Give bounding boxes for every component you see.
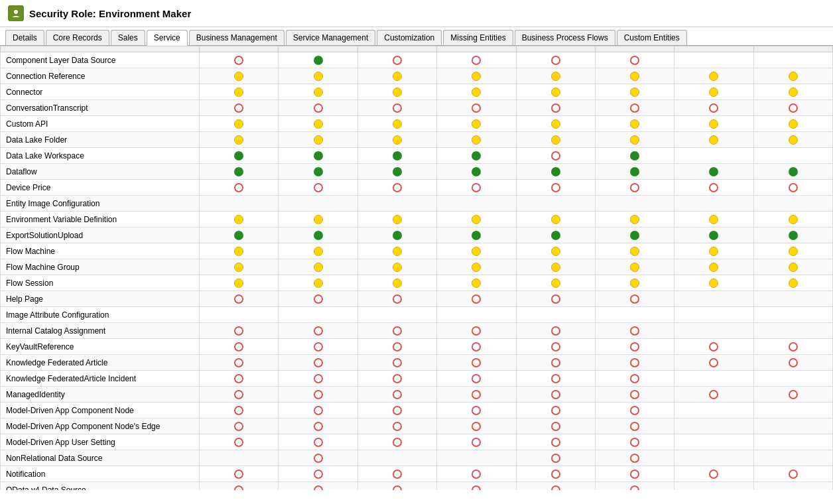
permission-dot[interactable] — [314, 326, 323, 336]
permission-cell[interactable] — [674, 450, 753, 466]
permission-dot[interactable] — [551, 279, 560, 288]
permission-cell[interactable] — [200, 164, 279, 180]
permission-dot[interactable] — [393, 72, 402, 81]
permission-dot[interactable] — [789, 358, 798, 367]
permission-dot[interactable] — [393, 422, 402, 431]
permission-dot[interactable] — [472, 231, 481, 240]
permission-dot[interactable] — [630, 326, 639, 336]
permission-cell[interactable] — [595, 403, 674, 418]
permission-cell[interactable] — [674, 259, 753, 275]
permission-cell[interactable] — [437, 196, 516, 212]
permission-dot[interactable] — [630, 103, 639, 113]
permission-cell[interactable] — [516, 275, 595, 291]
permission-dot[interactable] — [393, 88, 402, 97]
permission-cell[interactable] — [753, 148, 832, 164]
permission-cell[interactable] — [516, 323, 595, 339]
permission-dot[interactable] — [789, 247, 798, 256]
permission-cell[interactable] — [357, 482, 436, 491]
permission-cell[interactable] — [516, 291, 595, 307]
permission-dot[interactable] — [393, 151, 402, 160]
permission-cell[interactable] — [200, 243, 279, 259]
permission-cell[interactable] — [595, 180, 674, 196]
permission-dot[interactable] — [630, 342, 639, 351]
permission-cell[interactable] — [674, 227, 753, 243]
permission-dot[interactable] — [551, 103, 560, 113]
permission-cell[interactable] — [437, 418, 516, 434]
permission-cell[interactable] — [279, 148, 357, 164]
permission-cell[interactable] — [357, 132, 436, 148]
permission-dot[interactable] — [234, 183, 243, 192]
permission-cell[interactable] — [516, 482, 595, 491]
permission-cell[interactable] — [437, 450, 516, 466]
permission-cell[interactable] — [753, 52, 832, 68]
permission-cell[interactable] — [595, 482, 674, 491]
permission-dot[interactable] — [393, 390, 402, 399]
permission-cell[interactable] — [437, 403, 516, 418]
permission-cell[interactable] — [753, 418, 832, 434]
permission-dot[interactable] — [314, 183, 323, 192]
permission-dot[interactable] — [630, 438, 639, 447]
permission-dot[interactable] — [234, 294, 243, 304]
permission-cell[interactable] — [357, 307, 436, 323]
permission-cell[interactable] — [437, 84, 516, 100]
permission-dot[interactable] — [551, 438, 560, 447]
tab-customization[interactable]: Customization — [377, 30, 442, 45]
permission-dot[interactable] — [314, 215, 323, 224]
permission-cell[interactable] — [753, 323, 832, 339]
permission-dot[interactable] — [314, 88, 323, 97]
permission-dot[interactable] — [314, 279, 323, 288]
permission-cell[interactable] — [357, 450, 436, 466]
permission-cell[interactable] — [357, 148, 436, 164]
permission-dot[interactable] — [314, 294, 323, 304]
permission-dot[interactable] — [314, 438, 323, 447]
permission-cell[interactable] — [674, 243, 753, 259]
permission-dot[interactable] — [630, 135, 639, 145]
permission-cell[interactable] — [437, 339, 516, 355]
permission-dot[interactable] — [234, 358, 243, 367]
permission-cell[interactable] — [516, 84, 595, 100]
permission-cell[interactable] — [674, 275, 753, 291]
permission-dot[interactable] — [472, 358, 481, 367]
permission-cell[interactable] — [279, 132, 357, 148]
permission-cell[interactable] — [595, 68, 674, 84]
permission-dot[interactable] — [314, 151, 323, 160]
permission-cell[interactable] — [674, 132, 753, 148]
permission-dot[interactable] — [472, 183, 481, 192]
permission-cell[interactable] — [200, 466, 279, 482]
permission-dot[interactable] — [551, 183, 560, 192]
permission-cell[interactable] — [357, 339, 436, 355]
permission-dot[interactable] — [789, 470, 798, 479]
permission-cell[interactable] — [279, 243, 357, 259]
permission-cell[interactable] — [753, 291, 832, 307]
permission-cell[interactable] — [753, 84, 832, 100]
permission-cell[interactable] — [595, 371, 674, 387]
permission-cell[interactable] — [516, 227, 595, 243]
permission-cell[interactable] — [595, 291, 674, 307]
permission-dot[interactable] — [630, 247, 639, 256]
permission-cell[interactable] — [357, 291, 436, 307]
permission-dot[interactable] — [709, 183, 718, 192]
permission-dot[interactable] — [234, 374, 243, 383]
permission-cell[interactable] — [279, 355, 357, 371]
permission-cell[interactable] — [357, 418, 436, 434]
permission-dot[interactable] — [709, 342, 718, 351]
permission-cell[interactable] — [200, 100, 279, 116]
permission-cell[interactable] — [753, 227, 832, 243]
permission-dot[interactable] — [551, 88, 560, 97]
permission-cell[interactable] — [437, 68, 516, 84]
permission-cell[interactable] — [357, 68, 436, 84]
permission-cell[interactable] — [595, 132, 674, 148]
permission-dot[interactable] — [393, 294, 402, 304]
permission-dot[interactable] — [630, 183, 639, 192]
permission-dot[interactable] — [393, 279, 402, 288]
permission-cell[interactable] — [595, 387, 674, 403]
permission-dot[interactable] — [234, 263, 243, 272]
permission-cell[interactable] — [595, 339, 674, 355]
permission-cell[interactable] — [516, 52, 595, 68]
permission-cell[interactable] — [753, 212, 832, 227]
permission-dot[interactable] — [234, 88, 243, 97]
permission-cell[interactable] — [753, 387, 832, 403]
permission-dot[interactable] — [789, 72, 798, 81]
permission-cell[interactable] — [516, 355, 595, 371]
permission-cell[interactable] — [674, 434, 753, 450]
